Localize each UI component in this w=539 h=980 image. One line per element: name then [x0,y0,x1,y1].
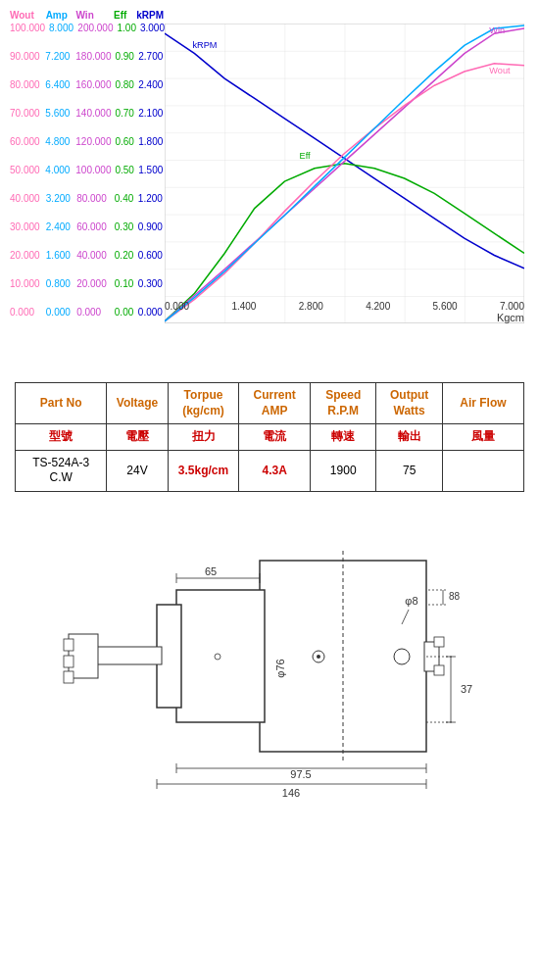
cell-speed: 1900 [310,450,375,491]
header-current-zh: 電流 [239,424,311,451]
chart-svg-wrapper: Wout Win kRPM Eff [165,24,524,294]
diagram-section: 65 97.5 146 37 φ76 φ8 88 [0,502,539,825]
col-eff: Eff [114,10,134,21]
svg-text:Wout: Wout [489,66,511,75]
svg-rect-12 [64,656,74,667]
cell-airflow [442,450,523,491]
x-label-1: 1.400 [231,301,256,312]
table-section: Part No Voltage Torpue(kg/cm) CurrentAMP… [0,372,539,502]
x-label-0: 0.000 [165,301,189,312]
header-output-en: OutputWatts [376,383,442,424]
cell-torque: 3.5kg/cm [168,450,239,491]
header-torque-en: Torpue(kg/cm) [168,383,239,424]
svg-rect-18 [434,665,444,675]
svg-text:φ8: φ8 [405,595,417,607]
col-krpm: kRPM [136,10,167,21]
header-partno-zh: 型號 [16,424,107,451]
x-label-2: 2.800 [299,301,323,312]
svg-rect-13 [64,671,74,683]
svg-text:146: 146 [282,787,300,799]
cell-voltage: 24V [107,450,168,491]
header-row-en: Part No Voltage Torpue(kg/cm) CurrentAMP… [16,383,524,424]
svg-rect-11 [64,639,74,651]
col-amp: Amp [46,10,74,21]
header-airflow-zh: 風量 [442,424,523,451]
header-partno-en: Part No [16,383,107,424]
cell-output: 75 [376,450,442,491]
svg-point-15 [394,649,410,664]
svg-text:φ76: φ76 [274,659,286,677]
chart-area: Wout Amp Win Eff kRPM 100.0008.000200.00… [10,10,529,323]
x-unit-label: Kgcm [497,312,524,323]
svg-text:37: 37 [461,683,472,695]
svg-text:Eff: Eff [300,151,311,161]
header-row-zh: 型號 電壓 扭力 電流 轉速 輸出 風量 [16,424,524,451]
svg-text:97.5: 97.5 [290,768,311,780]
header-voltage-zh: 電壓 [107,424,168,451]
header-airflow-en: Air Flow [442,383,523,424]
y-axis-rows: 100.0008.000200.0001.003.000 90.0007.200… [10,24,167,318]
diagram-svg: 65 97.5 146 37 φ76 φ8 88 [10,512,529,815]
svg-text:kRPM: kRPM [193,40,218,50]
header-torque-zh: 扭力 [168,424,239,451]
specs-table: Part No Voltage Torpue(kg/cm) CurrentAMP… [15,382,524,492]
col-win: Win [76,10,113,21]
chart-section: Wout Amp Win Eff kRPM 100.0008.000200.00… [0,0,539,363]
col-wout: Wout [10,10,44,21]
header-speed-en: SpeedR.P.M [310,383,375,424]
table-row: TS-524A-3C.W 24V 3.5kg/cm 4.3A 1900 75 [16,450,524,491]
svg-text:88: 88 [449,591,461,602]
cell-partno: TS-524A-3C.W [16,450,107,491]
svg-text:65: 65 [205,565,217,577]
x-label-3: 4.200 [366,301,390,312]
x-axis-labels: 0.000 1.400 2.800 4.200 5.600 7.000 [165,301,524,312]
header-speed-zh: 轉速 [310,424,375,451]
svg-text:Win: Win [489,25,505,35]
chart-svg: Wout Win kRPM Eff [165,24,524,323]
cell-current: 4.3A [239,450,311,491]
x-label-5: 7.000 [500,301,524,312]
chart-column-headers: Wout Amp Win Eff kRPM [10,10,167,21]
svg-point-20 [317,655,320,659]
header-output-zh: 輸出 [376,424,442,451]
header-voltage-en: Voltage [107,383,168,424]
svg-rect-9 [93,647,162,664]
header-current-en: CurrentAMP [239,383,311,424]
x-label-4: 5.600 [433,301,458,312]
svg-rect-17 [434,637,444,647]
